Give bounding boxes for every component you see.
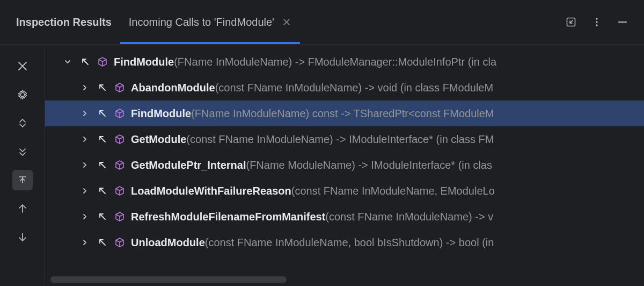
function-signature: (const FName InModuleName, bool bIsShutd… xyxy=(205,237,494,249)
function-signature: (FName ModuleName) -> IModuleInterface* … xyxy=(246,159,492,171)
function-signature: (FName InModuleName) -> FModuleManager::… xyxy=(174,56,496,68)
tree-row[interactable]: FindModule(FName InModuleName) -> FModul… xyxy=(45,49,644,75)
function-name: LoadModuleWithFailureReason xyxy=(131,185,291,197)
method-cube-icon xyxy=(97,56,108,68)
function-signature: (FName InModuleName) const -> TSharedPtr… xyxy=(191,108,494,120)
svg-point-3 xyxy=(596,24,597,26)
minimize-icon[interactable] xyxy=(616,16,629,28)
tree-row[interactable]: GetModulePtr_Internal(FName ModuleName) … xyxy=(45,152,644,178)
function-name: AbandonModule xyxy=(131,82,215,94)
scroll-to-source-icon[interactable] xyxy=(12,170,33,190)
method-cube-icon xyxy=(114,82,126,94)
caller-arrow-icon xyxy=(97,185,108,197)
tab-inspection-results[interactable]: Inspection Results xyxy=(16,0,120,44)
svg-point-1 xyxy=(596,18,597,19)
svg-point-2 xyxy=(596,21,597,23)
tab-label: Inspection Results xyxy=(16,16,112,28)
function-name: UnloadModule xyxy=(131,237,205,249)
call-label: AbandonModule(const FName InModuleName) … xyxy=(131,82,493,94)
method-cube-icon xyxy=(114,159,126,171)
caller-arrow-icon xyxy=(97,82,108,94)
function-signature: (const FName InModuleName) -> IModuleInt… xyxy=(186,133,494,146)
chevron-right-icon[interactable] xyxy=(78,81,91,94)
call-label: FindModule(FName InModuleName) const -> … xyxy=(131,108,494,120)
tree-row[interactable]: LoadModuleWithFailureReason(const FName … xyxy=(45,178,644,204)
chevron-right-icon[interactable] xyxy=(78,159,91,171)
caller-arrow-icon xyxy=(97,237,108,248)
call-label: LoadModuleWithFailureReason(const FName … xyxy=(131,185,495,197)
arrow-down-icon[interactable] xyxy=(12,227,33,247)
chevron-right-icon[interactable] xyxy=(78,184,91,197)
header-actions xyxy=(565,16,629,28)
chevron-right-icon[interactable] xyxy=(78,236,91,249)
function-name: GetModule xyxy=(131,133,186,146)
horizontal-scrollbar[interactable] xyxy=(50,276,639,283)
chevron-right-icon[interactable] xyxy=(78,107,91,120)
call-label: UnloadModule(const FName InModuleName, b… xyxy=(131,237,494,249)
caller-arrow-icon xyxy=(97,108,108,119)
caller-arrow-icon xyxy=(79,56,91,68)
method-cube-icon xyxy=(114,237,126,248)
method-cube-icon xyxy=(114,185,126,197)
close-icon[interactable] xyxy=(12,56,33,76)
call-label: FindModule(FName InModuleName) -> FModul… xyxy=(114,56,496,68)
method-cube-icon xyxy=(114,211,126,223)
tab-incoming-calls[interactable]: Incoming Calls to 'FindModule' xyxy=(120,0,300,44)
tree-row[interactable]: AbandonModule(const FName InModuleName) … xyxy=(45,75,644,101)
method-cube-icon xyxy=(114,133,126,145)
arrow-up-icon[interactable] xyxy=(12,198,33,219)
function-signature: (const FName InModuleName) -> void (in c… xyxy=(215,82,494,94)
scrollbar-thumb[interactable] xyxy=(50,276,287,283)
gear-icon[interactable] xyxy=(12,84,33,105)
call-label: GetModule(const FName InModuleName) -> I… xyxy=(131,133,494,146)
chevron-right-icon[interactable] xyxy=(78,210,91,223)
panel-header: Inspection Results Incoming Calls to 'Fi… xyxy=(0,0,644,45)
tree-row[interactable]: GetModule(const FName InModuleName) -> I… xyxy=(45,126,644,152)
caller-arrow-icon xyxy=(97,159,108,171)
call-label: RefreshModuleFilenameFromManifest(const … xyxy=(131,211,493,223)
main-area: FindModule(FName InModuleName) -> FModul… xyxy=(0,45,644,286)
tree-row[interactable]: UnloadModule(const FName InModuleName, b… xyxy=(45,230,644,255)
tree-row[interactable]: FindModule(FName InModuleName) const -> … xyxy=(45,101,644,126)
sidebar xyxy=(0,45,45,286)
function-signature: (const FName InModuleName) -> v xyxy=(325,211,493,223)
close-icon[interactable] xyxy=(282,17,291,27)
function-name: FindModule xyxy=(131,108,191,120)
method-cube-icon xyxy=(114,108,126,119)
more-icon[interactable] xyxy=(590,16,603,28)
caller-arrow-icon xyxy=(97,133,108,145)
function-name: FindModule xyxy=(114,56,174,68)
function-name: GetModulePtr_Internal xyxy=(131,159,246,171)
caller-arrow-icon xyxy=(97,211,108,223)
chevron-down-icon[interactable] xyxy=(61,55,74,68)
function-signature: (const FName InModuleName, EModuleLo xyxy=(291,185,495,197)
collapse-all-icon[interactable] xyxy=(12,141,33,162)
expand-collapse-icon[interactable] xyxy=(12,113,33,133)
tab-strip: Inspection Results Incoming Calls to 'Fi… xyxy=(16,0,550,44)
chevron-right-icon[interactable] xyxy=(78,133,91,146)
tab-label: Incoming Calls to 'FindModule' xyxy=(129,16,274,28)
open-in-editor-icon[interactable] xyxy=(565,16,577,28)
call-label: GetModulePtr_Internal(FName ModuleName) … xyxy=(131,159,492,171)
tree-row[interactable]: RefreshModuleFilenameFromManifest(const … xyxy=(45,204,644,230)
function-name: RefreshModuleFilenameFromManifest xyxy=(131,211,325,223)
call-tree[interactable]: FindModule(FName InModuleName) -> FModul… xyxy=(45,45,644,286)
